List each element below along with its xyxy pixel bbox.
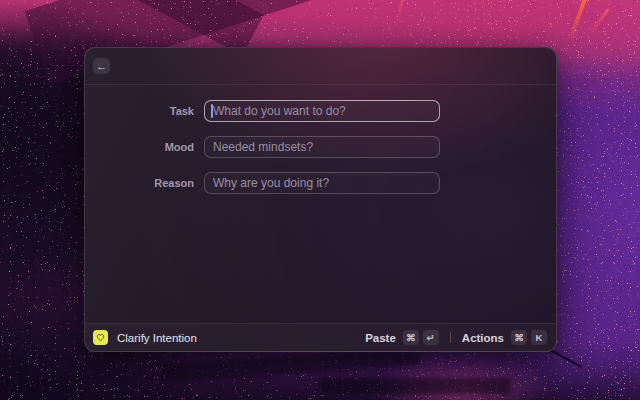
return-key-icon: ↵: [423, 330, 439, 345]
reason-label: Reason: [85, 177, 194, 189]
footer-actions: Paste ⌘ ↵ Actions ⌘ K: [362, 328, 550, 347]
app-window: ← Task Mood Reason: [84, 47, 557, 352]
k-key-label: K: [531, 330, 547, 345]
text-caret: [211, 104, 213, 118]
task-input[interactable]: [204, 100, 440, 122]
task-label: Task: [85, 105, 194, 117]
mood-label: Mood: [85, 141, 194, 153]
back-arrow-icon: ←: [96, 59, 107, 74]
window-footer: Clarify Intention Paste ⌘ ↵ Actions ⌘ K: [85, 323, 556, 351]
form-row-task: Task: [85, 100, 556, 122]
footer-command-title: Clarify Intention: [117, 332, 197, 344]
cmd-key-icon: ⌘: [403, 330, 419, 345]
form-row-mood: Mood: [85, 136, 556, 158]
footer-app: Clarify Intention: [93, 330, 197, 345]
wallpaper-dark-band: [320, 378, 510, 394]
actions-label: Actions: [462, 332, 504, 344]
mood-input[interactable]: [204, 136, 440, 158]
paste-button[interactable]: Paste ⌘ ↵: [362, 328, 442, 347]
cmd-key-icon: ⌘: [511, 330, 527, 345]
window-header: ←: [85, 48, 556, 85]
paste-label: Paste: [365, 332, 396, 344]
intention-form: Task Mood Reason: [85, 85, 556, 194]
extension-icon: [93, 330, 108, 345]
task-field-wrap: [204, 100, 440, 122]
reason-field-wrap: [204, 172, 440, 194]
form-row-reason: Reason: [85, 172, 556, 194]
footer-separator: [450, 332, 451, 343]
back-button[interactable]: ←: [93, 58, 110, 74]
mood-field-wrap: [204, 136, 440, 158]
reason-input[interactable]: [204, 172, 440, 194]
heart-icon: [96, 333, 105, 342]
actions-button[interactable]: Actions ⌘ K: [459, 328, 550, 347]
